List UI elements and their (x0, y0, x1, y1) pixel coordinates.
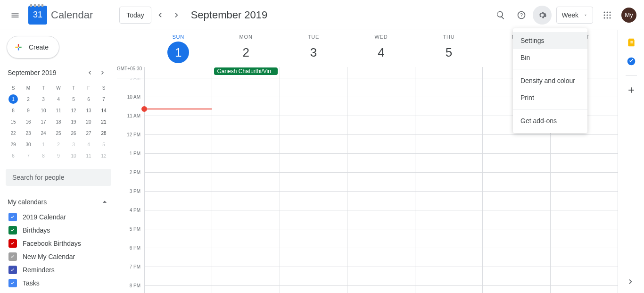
checkbox-icon[interactable] (8, 226, 17, 234)
day-header[interactable]: THU5 (415, 30, 482, 67)
mini-day[interactable]: 3 (36, 93, 51, 105)
time-slot[interactable] (347, 78, 414, 97)
time-slot[interactable] (212, 248, 279, 267)
mini-prev-button[interactable] (83, 66, 96, 79)
time-slot[interactable] (415, 210, 482, 229)
mini-day[interactable]: 18 (51, 116, 66, 127)
time-slot[interactable] (145, 210, 212, 229)
time-slot[interactable] (483, 286, 550, 293)
calendar-list-item[interactable]: Reminders (6, 263, 111, 276)
time-slot[interactable] (551, 248, 618, 267)
time-slot[interactable] (483, 229, 550, 248)
menu-item[interactable]: Settings (513, 32, 587, 49)
mini-day[interactable]: 10 (66, 150, 81, 161)
time-slot[interactable] (415, 229, 482, 248)
hide-side-panel-button[interactable] (623, 274, 638, 289)
time-slot[interactable] (145, 192, 212, 210)
time-slot[interactable] (551, 192, 618, 210)
time-slot[interactable] (145, 248, 212, 267)
mini-day[interactable]: 17 (36, 116, 51, 127)
time-slot[interactable] (212, 210, 279, 229)
time-slot[interactable] (415, 135, 482, 154)
calendar-list-item[interactable]: Tasks (6, 276, 111, 290)
mini-day[interactable]: 2 (51, 139, 66, 150)
time-slot[interactable] (145, 154, 212, 173)
allday-event[interactable]: Ganesh Chaturthi/Vin (214, 67, 277, 75)
calendar-list-item[interactable]: Facebook Birthdays (6, 237, 111, 250)
mini-day[interactable]: 8 (36, 150, 51, 161)
time-slot[interactable] (347, 173, 414, 192)
time-slot[interactable] (280, 210, 347, 229)
mini-day[interactable]: 15 (6, 116, 21, 127)
keep-app-icon[interactable] (627, 38, 636, 47)
time-slot[interactable] (347, 116, 414, 135)
menu-item[interactable]: Print (513, 89, 587, 106)
time-slot[interactable] (280, 78, 347, 97)
time-slot[interactable] (280, 154, 347, 173)
today-button[interactable]: Today (119, 7, 151, 24)
mini-day[interactable]: 7 (21, 150, 36, 161)
day-header[interactable]: WED4 (347, 30, 414, 67)
time-slot[interactable] (280, 267, 347, 286)
mini-day[interactable]: 29 (6, 139, 21, 150)
time-slot[interactable] (551, 229, 618, 248)
time-slot[interactable] (347, 267, 414, 286)
allday-cell[interactable] (415, 67, 482, 78)
mini-day[interactable]: 20 (81, 116, 96, 127)
time-slot[interactable] (212, 267, 279, 286)
time-slot[interactable] (280, 135, 347, 154)
time-slot[interactable] (415, 267, 482, 286)
time-slot[interactable] (212, 154, 279, 173)
search-button[interactable] (491, 6, 510, 25)
time-slot[interactable] (280, 116, 347, 135)
mini-day[interactable]: 24 (36, 127, 51, 139)
day-header[interactable]: MON2 (212, 30, 279, 67)
google-apps-button[interactable] (598, 6, 617, 25)
time-slot[interactable] (551, 173, 618, 192)
allday-cell[interactable] (347, 67, 414, 78)
time-slot[interactable] (551, 135, 618, 154)
mini-day[interactable]: 11 (51, 105, 66, 116)
checkbox-icon[interactable] (8, 213, 17, 221)
support-button[interactable]: ? (512, 6, 531, 25)
time-slot[interactable] (347, 229, 414, 248)
checkbox-icon[interactable] (8, 252, 17, 261)
tasks-app-icon[interactable] (627, 57, 636, 66)
time-slot[interactable] (212, 229, 279, 248)
time-slot[interactable] (280, 97, 347, 116)
checkbox-icon[interactable] (8, 279, 17, 287)
time-slot[interactable] (280, 173, 347, 192)
time-slot[interactable] (415, 173, 482, 192)
time-slot[interactable] (483, 210, 550, 229)
time-slot[interactable] (551, 267, 618, 286)
time-slot[interactable] (145, 286, 212, 293)
time-slot[interactable] (347, 135, 414, 154)
mini-day[interactable]: 5 (66, 93, 81, 105)
time-slot[interactable] (415, 286, 482, 293)
mini-day[interactable]: 1 (6, 93, 21, 105)
mini-day[interactable]: 13 (81, 105, 96, 116)
mini-next-button[interactable] (96, 66, 109, 79)
mini-day[interactable]: 30 (21, 139, 36, 150)
time-slot[interactable] (483, 248, 550, 267)
calendar-list-item[interactable]: Birthdays (6, 224, 111, 237)
time-slot[interactable] (347, 97, 414, 116)
mini-day[interactable]: 6 (81, 93, 96, 105)
account-avatar[interactable]: My (621, 8, 636, 23)
allday-cell[interactable] (144, 67, 212, 78)
mini-day[interactable]: 16 (21, 116, 36, 127)
mini-day[interactable]: 9 (51, 150, 66, 161)
time-slot[interactable] (347, 192, 414, 210)
time-slot[interactable] (415, 97, 482, 116)
time-slot[interactable] (280, 192, 347, 210)
mini-day[interactable]: 12 (66, 105, 81, 116)
time-slot[interactable] (145, 267, 212, 286)
mini-day[interactable]: 14 (96, 105, 111, 116)
next-period-button[interactable] (169, 8, 184, 23)
mini-day[interactable]: 2 (21, 93, 36, 105)
time-slot[interactable] (145, 173, 212, 192)
time-slot[interactable] (551, 154, 618, 173)
mini-day[interactable]: 1 (36, 139, 51, 150)
menu-item[interactable]: Density and colour (513, 72, 587, 89)
mini-day[interactable]: 22 (6, 127, 21, 139)
